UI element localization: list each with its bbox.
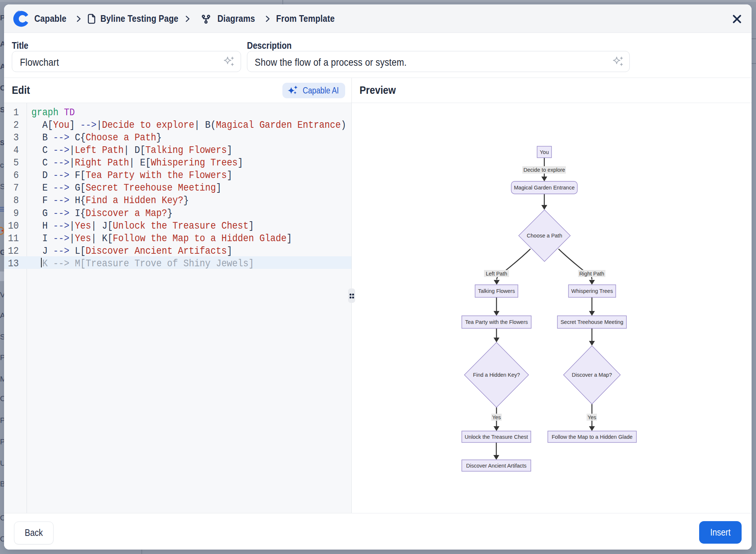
svg-text:Choose a Path: Choose a Path: [527, 233, 562, 239]
svg-text:Yes: Yes: [492, 414, 501, 420]
svg-text:Find a Hidden Key?: Find a Hidden Key?: [473, 372, 520, 378]
svg-text:Whispering Trees: Whispering Trees: [571, 288, 613, 294]
svg-text:Secret Treehouse Meeting: Secret Treehouse Meeting: [560, 319, 623, 325]
svg-text:Tea Party with the Flowers: Tea Party with the Flowers: [465, 319, 528, 325]
svg-text:Yes: Yes: [588, 414, 597, 420]
svg-text:Decide to explore: Decide to explore: [523, 167, 565, 173]
svg-text:Left Path: Left Path: [486, 271, 507, 277]
svg-text:Magical Garden Entrance: Magical Garden Entrance: [514, 185, 574, 191]
svg-text:Right Path: Right Path: [579, 271, 604, 277]
svg-text:Discover a Map?: Discover a Map?: [572, 372, 612, 378]
svg-text:Discover Ancient Artifacts: Discover Ancient Artifacts: [466, 463, 527, 469]
svg-text:You: You: [540, 149, 549, 155]
svg-text:Unlock the Treasure Chest: Unlock the Treasure Chest: [465, 434, 528, 440]
svg-text:Follow the Map to a Hidden Gla: Follow the Map to a Hidden Glade: [551, 434, 632, 440]
svg-text:Talking Flowers: Talking Flowers: [478, 288, 515, 294]
